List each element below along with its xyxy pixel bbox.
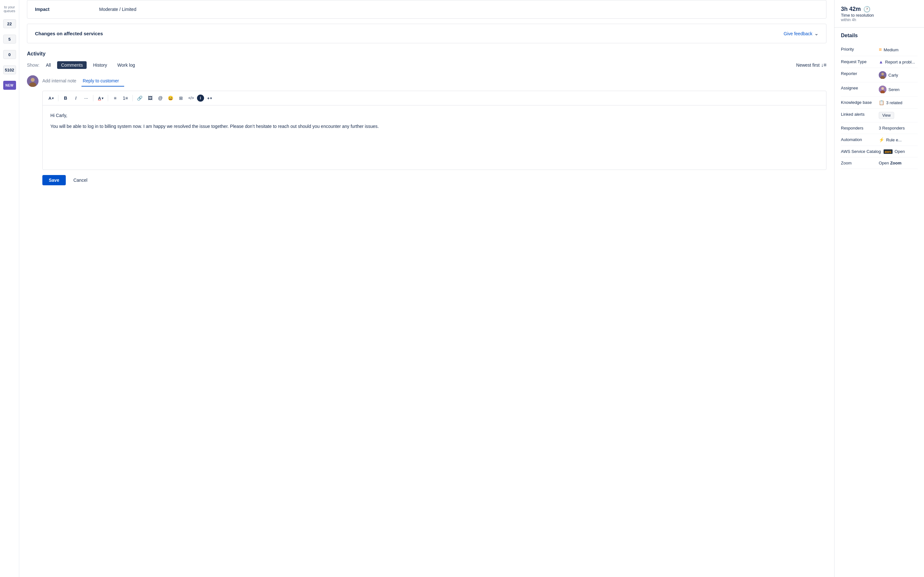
mention-button[interactable]: @: [156, 93, 165, 103]
assignee-value: Seren: [879, 85, 918, 93]
detail-row-assignee: Assignee Seren: [841, 82, 918, 97]
right-panel: 3h 42m 🕐 Time to resolution within 4h De…: [834, 0, 924, 577]
detail-row-zoom: Zoom Open Zoom: [841, 157, 918, 169]
reply-tabs-row: Add internal note Reply to customer: [27, 75, 827, 87]
knowledge-value: 📋 3 related: [879, 100, 918, 105]
editor-line-2: You will be able to log in to billing sy…: [50, 123, 819, 130]
zoom-text: Open Zoom: [879, 161, 901, 165]
info-button[interactable]: i: [197, 95, 204, 102]
italic-button[interactable]: I: [71, 93, 80, 103]
svg-point-1: [31, 78, 35, 82]
impact-value: Moderate / Limited: [99, 7, 136, 12]
ttr-info: 3h 42m 🕐 Time to resolution within 4h: [841, 5, 874, 22]
tab-reply-customer[interactable]: Reply to customer: [81, 76, 124, 87]
request-type-value: ▲ Report a probl...: [879, 59, 918, 64]
sidebar-item-22[interactable]: 22: [3, 19, 16, 28]
assignee-name: Seren: [888, 87, 900, 92]
toolbar-separator-2: [93, 95, 94, 101]
automation-text: Rule e...: [886, 137, 901, 142]
more-dropdown[interactable]: + ▾: [205, 95, 214, 102]
zoom-value: Open Zoom: [879, 161, 918, 165]
give-feedback-label: Give feedback: [784, 31, 813, 36]
changes-card: Changes on affected services Give feedba…: [27, 24, 827, 43]
sidebar-item-5[interactable]: 5: [3, 35, 16, 44]
priority-icon: ≡: [879, 47, 882, 53]
sidebar-badge-5[interactable]: 5: [3, 35, 16, 44]
image-button[interactable]: 🖼: [145, 93, 155, 103]
request-type-text: Report a probl...: [885, 60, 915, 64]
detail-row-knowledge: Knowledge base 📋 3 related: [841, 97, 918, 109]
font-size-chevron: ▾: [52, 97, 53, 100]
code-button[interactable]: </>: [187, 93, 196, 103]
book-icon: 📋: [879, 100, 884, 105]
table-button[interactable]: ⊞: [176, 93, 186, 103]
priority-text: Medium: [884, 47, 898, 52]
sidebar-badge-22[interactable]: 22: [3, 19, 16, 28]
sidebar-badge-0[interactable]: 0: [3, 50, 16, 59]
svg-point-4: [881, 73, 884, 75]
filter-all[interactable]: All: [42, 61, 55, 69]
sidebar-badge-5102[interactable]: 5102: [3, 65, 16, 74]
emoji-button[interactable]: 😀: [166, 93, 175, 103]
sidebar-item-0[interactable]: 0: [3, 50, 16, 59]
assignee-label: Assignee: [841, 85, 876, 90]
save-button[interactable]: Save: [42, 175, 66, 185]
time-to-resolution: 3h 42m 🕐 Time to resolution within 4h: [835, 0, 924, 27]
cancel-button[interactable]: Cancel: [69, 175, 91, 185]
text-color-dropdown[interactable]: A ▾: [96, 95, 105, 102]
priority-label: Priority: [841, 47, 876, 52]
chevron-down-icon: ⌄: [814, 31, 819, 37]
numbered-list-button[interactable]: 1≡: [121, 93, 130, 103]
sidebar-item-5102[interactable]: 5102: [3, 65, 16, 74]
clock-icon: 🕐: [863, 6, 871, 13]
automation-label: Automation: [841, 137, 876, 142]
page-layout: to your queues 22 5 0 5102 NEW Impact Mo…: [0, 0, 924, 577]
font-size-dropdown[interactable]: A ▾: [47, 95, 55, 102]
main-content: Impact Moderate / Limited Changes on aff…: [19, 0, 834, 577]
toolbar-separator-4: [132, 95, 133, 101]
activity-section: Activity Show: All Comments History Work…: [27, 51, 827, 185]
give-feedback-button[interactable]: Give feedback ⌄: [784, 31, 819, 37]
sidebar: to your queues 22 5 0 5102 NEW: [0, 0, 19, 577]
detail-row-automation: Automation ⚡ Rule e...: [841, 134, 918, 146]
sidebar-queue-label: to your queues: [0, 5, 19, 13]
detail-row-responders: Responders 3 Responders: [841, 122, 918, 134]
editor-container: A ▾ B I ··· A ▾ ≡: [42, 91, 827, 170]
font-size-icon: A: [48, 96, 51, 101]
text-color-chevron: ▾: [102, 97, 103, 100]
link-button[interactable]: 🔗: [136, 93, 144, 103]
sidebar-item-new[interactable]: NEW: [3, 81, 16, 90]
linked-alerts-label: Linked alerts: [841, 112, 876, 117]
responders-label: Responders: [841, 126, 876, 131]
editor-line-1: Hi Carly,: [50, 112, 819, 119]
toolbar-separator-1: [58, 95, 58, 101]
details-title: Details: [841, 33, 918, 39]
view-button[interactable]: View: [879, 112, 894, 119]
detail-row-request-type: Request Type ▲ Report a probl...: [841, 56, 918, 68]
filter-comments[interactable]: Comments: [57, 61, 87, 69]
bold-button[interactable]: B: [61, 93, 70, 103]
tab-internal-note[interactable]: Add internal note: [42, 76, 81, 87]
priority-value: ≡ Medium: [879, 47, 918, 53]
more-text-button[interactable]: ···: [81, 93, 90, 103]
reporter-label: Reporter: [841, 71, 876, 76]
action-buttons: Save Cancel: [42, 175, 827, 185]
ttr-label: Time to resolution: [841, 13, 874, 18]
bullet-list-icon: ≡: [114, 95, 116, 101]
reporter-name: Carly: [888, 73, 898, 77]
ttr-sub: within 4h: [841, 18, 874, 22]
activity-filter-row: Show: All Comments History Work log Newe…: [27, 61, 827, 69]
sort-button[interactable]: Newest first ↓≡: [796, 62, 827, 68]
editor-body[interactable]: Hi Carly, You will be able to log in to …: [43, 105, 826, 169]
sidebar-badge-new[interactable]: NEW: [3, 81, 16, 90]
knowledge-text: 3 related: [886, 100, 903, 105]
filter-history[interactable]: History: [89, 61, 111, 69]
aws-icon: aws: [884, 149, 893, 154]
aws-value: aws Open: [884, 149, 918, 154]
activity-title: Activity: [27, 51, 827, 57]
triangle-icon: ▲: [879, 59, 883, 64]
text-color-icon: A: [98, 96, 101, 101]
bullet-list-button[interactable]: ≡: [111, 93, 120, 103]
assignee-avatar: [879, 85, 887, 93]
filter-worklog[interactable]: Work log: [113, 61, 139, 69]
